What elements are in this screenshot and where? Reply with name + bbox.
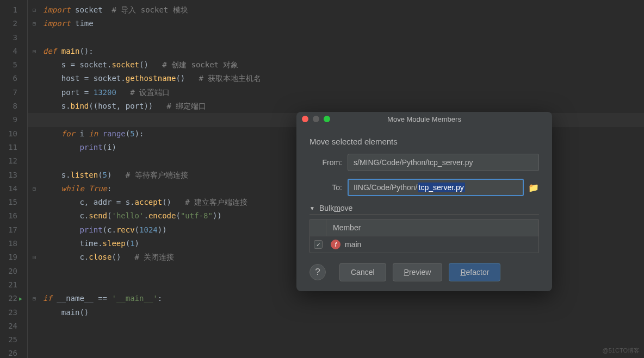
line-number: 13 [0, 168, 17, 182]
code-line[interactable]: s.bind((host, port)) # 绑定端口 [43, 99, 644, 113]
line-number: 26 [0, 347, 17, 358]
fold-icon[interactable]: ⊟ [33, 48, 38, 54]
line-number: 25 [0, 333, 17, 347]
code-line[interactable] [43, 31, 644, 45]
table-header: Member [310, 219, 538, 236]
code-line[interactable]: main() [43, 306, 644, 319]
fold-icon[interactable]: ⊟ [33, 186, 38, 191]
code-line[interactable]: def main(): [43, 45, 644, 58]
function-badge-icon: f [331, 240, 340, 249]
fold-icon[interactable]: ⊟ [33, 7, 38, 12]
bulk-move-section[interactable]: ▼ Bulk move [309, 204, 539, 215]
fold-icon[interactable]: ⊟ [33, 254, 38, 260]
chevron-down-icon: ▼ [309, 205, 315, 211]
line-number: 23 [0, 306, 17, 319]
code-line[interactable]: if __name__ == '__main__': [43, 292, 644, 305]
refactor-button[interactable]: Refactor [449, 263, 500, 281]
to-input[interactable]: IING/Code/Python/tcp_server.py [348, 179, 524, 196]
line-number: 19 [0, 250, 17, 264]
line-gutter: 1234567891011121314151617181920212223242… [0, 0, 27, 358]
line-number: 7 [0, 86, 17, 99]
dialog-titlebar: Move Module Members [296, 112, 552, 126]
preview-button[interactable]: Preview [393, 263, 443, 281]
line-number: 12 [0, 154, 17, 168]
line-number: 15 [0, 196, 17, 209]
line-number: 4 [0, 45, 17, 58]
code-line[interactable]: import time [43, 17, 644, 30]
watermark: @51CTO博客 [603, 347, 640, 355]
line-number: 11 [0, 141, 17, 154]
line-number: 3 [0, 31, 17, 45]
code-line[interactable] [43, 333, 644, 347]
to-label: To: [309, 183, 342, 192]
table-row[interactable]: ✓ f main [310, 236, 538, 253]
line-number: 2 [0, 17, 17, 30]
code-line[interactable] [43, 347, 644, 358]
code-line[interactable] [43, 319, 644, 333]
line-number: 18 [0, 237, 17, 250]
run-gutter-icon[interactable]: ▶ [19, 296, 22, 302]
line-number: 14 [0, 182, 17, 196]
line-number: 6 [0, 72, 17, 85]
line-number: 24 [0, 319, 17, 333]
line-number: 5 [0, 58, 17, 72]
fold-icon[interactable]: ⊟ [33, 296, 38, 301]
line-number: 8 [0, 99, 17, 113]
line-number: 17 [0, 223, 17, 237]
member-column-header: Member [326, 219, 538, 236]
from-input[interactable] [348, 154, 539, 171]
line-number: 9 [0, 113, 17, 127]
from-label: From: [309, 158, 342, 167]
help-button[interactable]: ? [309, 264, 326, 280]
line-number: 21 [0, 278, 17, 292]
dialog-heading: Move selected elements [309, 137, 539, 146]
code-line[interactable]: port = 13200 # 设置端口 [43, 86, 644, 99]
move-members-dialog: Move Module Members Move selected elemen… [296, 112, 552, 291]
code-line[interactable]: s = socket.socket() # 创建 socket 对象 [43, 58, 644, 72]
line-number: 22 [0, 292, 17, 305]
line-number: 20 [0, 265, 17, 278]
browse-folder-icon[interactable]: 📁 [528, 183, 539, 193]
line-number: 16 [0, 209, 17, 223]
code-line[interactable]: import socket # 导入 socket 模块 [43, 3, 644, 17]
dialog-title: Move Module Members [296, 115, 552, 123]
to-input-selection: tcp_server.py [418, 183, 465, 192]
member-checkbox[interactable]: ✓ [314, 240, 323, 249]
members-table: Member ✓ f main [309, 219, 539, 253]
line-number: 10 [0, 127, 17, 141]
fold-icon[interactable]: ⊟ [33, 21, 38, 26]
line-number: 1 [0, 3, 17, 17]
cancel-button[interactable]: Cancel [339, 263, 386, 281]
code-line[interactable]: host = socket.gethostname() # 获取本地主机名 [43, 72, 644, 85]
member-name: main [345, 240, 361, 249]
